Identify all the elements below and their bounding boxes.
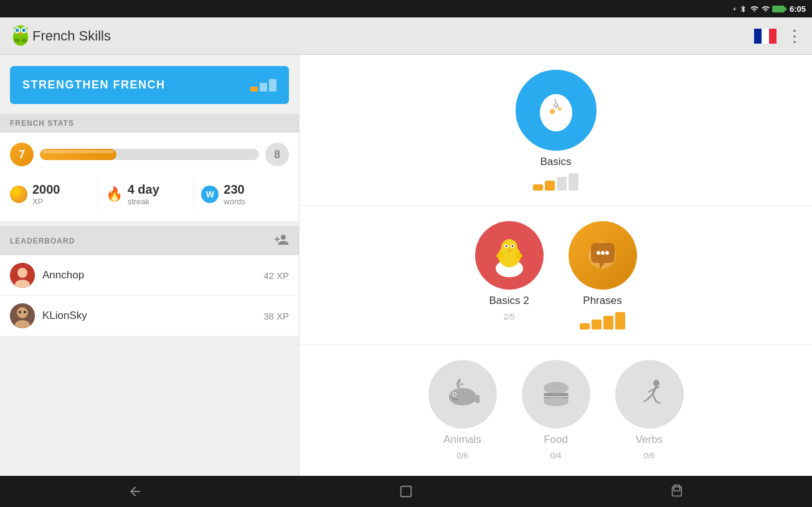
app-bar: French Skills ⋮ xyxy=(0,17,812,55)
verbs-progress: 0/6 xyxy=(643,451,654,460)
words-stat-text: 230 words xyxy=(224,182,245,206)
svg-point-8 xyxy=(17,29,18,31)
flag-red xyxy=(769,29,777,44)
leaderboard-item[interactable]: KLionSky 38 XP xyxy=(0,296,299,336)
food-icon xyxy=(536,374,576,415)
svg-point-14 xyxy=(17,268,27,278)
animals-progress: 0/6 xyxy=(456,451,468,460)
status-bar: +︎ 6:05 xyxy=(0,0,812,17)
bottom-nav xyxy=(0,476,812,507)
food-name: Food xyxy=(544,434,568,446)
svg-point-17 xyxy=(17,307,28,318)
basics-icon xyxy=(531,85,581,135)
xp-stat: 2000 XP xyxy=(10,178,98,211)
food-circle xyxy=(522,360,590,429)
left-panel: STRENGTHEN FRENCH FRENCH STATS 7 xyxy=(0,55,299,476)
leaderboard-xp-annchop: 42 XP xyxy=(263,270,289,281)
signal-icon xyxy=(762,5,770,13)
right-panel: Basics xyxy=(299,55,812,476)
streak-value: 4 day xyxy=(128,182,159,197)
back-button[interactable] xyxy=(123,479,148,504)
status-icons: +︎ 6:05 xyxy=(733,4,806,14)
wifi-icon xyxy=(750,5,759,13)
basics2-name: Basics 2 xyxy=(489,295,529,307)
avatar-klionsky xyxy=(10,303,35,328)
svg-point-35 xyxy=(601,251,605,255)
app-title: French Skills xyxy=(32,28,754,44)
basics-circle xyxy=(516,70,597,151)
skill-food[interactable]: Food 0/4 xyxy=(522,360,590,460)
svg-line-53 xyxy=(653,394,656,402)
strengthen-button-bars xyxy=(250,79,276,92)
bluetooth-icon xyxy=(739,5,747,13)
svg-point-12 xyxy=(21,38,27,42)
phrases-strength-bars xyxy=(580,312,625,329)
skill-basics2[interactable]: Basics 2 2/5 xyxy=(475,221,544,321)
leaderboard-header: LEADERBOARD xyxy=(0,226,299,255)
words-label: words xyxy=(224,197,245,206)
words-value: 230 xyxy=(224,182,245,197)
xp-progress-bar xyxy=(40,149,259,160)
leaderboard-xp-klionsky: 38 XP xyxy=(263,311,289,321)
basics2-progress: 2/5 xyxy=(503,312,514,321)
french-stats-header: FRENCH STATS xyxy=(0,114,299,133)
svg-point-9 xyxy=(24,29,25,31)
stats-row: 2000 XP 🔥 4 day streak W 230 xyxy=(10,178,289,211)
svg-point-23 xyxy=(558,107,562,111)
svg-point-44 xyxy=(557,384,559,385)
add-friend-icon[interactable] xyxy=(274,232,289,249)
svg-line-54 xyxy=(648,394,653,399)
french-flag[interactable] xyxy=(754,29,777,44)
svg-point-29 xyxy=(505,245,507,247)
svg-point-20 xyxy=(24,311,26,313)
svg-point-48 xyxy=(544,397,569,406)
verbs-icon xyxy=(629,374,669,415)
svg-point-43 xyxy=(552,385,554,386)
svg-point-22 xyxy=(550,109,555,114)
phrases-name: Phrases xyxy=(583,295,621,307)
words-badge-icon: W xyxy=(201,186,219,203)
bluetooth-icon: +︎ xyxy=(733,5,737,12)
current-level-badge: 7 xyxy=(10,143,34,166)
svg-point-40 xyxy=(461,383,463,386)
recents-button[interactable] xyxy=(664,479,689,504)
xp-coin-icon xyxy=(10,186,27,203)
verbs-circle xyxy=(615,360,684,429)
svg-point-19 xyxy=(19,311,21,313)
streak-flame-icon: 🔥 xyxy=(106,186,123,202)
flag-white xyxy=(762,29,769,44)
skills-row-3: Animals 0/6 xyxy=(300,345,812,475)
flag-blue xyxy=(754,29,762,44)
svg-point-26 xyxy=(501,239,517,255)
svg-point-45 xyxy=(559,387,562,388)
svg-point-42 xyxy=(544,382,569,394)
svg-point-37 xyxy=(449,388,476,405)
animals-icon xyxy=(442,374,483,415)
phrases-circle xyxy=(569,221,637,290)
leaderboard-section: LEADERBOARD Annchop 42 XP xyxy=(0,226,299,336)
skills-row-2: Basics 2 2/5 xyxy=(300,206,812,345)
xp-stat-text: 2000 XP xyxy=(32,182,60,206)
skill-animals[interactable]: Animals 0/6 xyxy=(428,360,497,460)
strengthen-button[interactable]: STRENGTHEN FRENCH xyxy=(10,66,289,104)
skill-phrases[interactable]: Phrases xyxy=(569,221,637,329)
svg-rect-59 xyxy=(674,485,679,491)
leaderboard-item[interactable]: Annchop 42 XP xyxy=(0,255,299,296)
basics2-icon xyxy=(488,234,531,277)
duolingo-owl-logo xyxy=(9,24,32,48)
home-button[interactable] xyxy=(394,479,418,504)
skill-basics[interactable]: Basics xyxy=(516,70,597,191)
streak-stat-text: 4 day streak xyxy=(128,182,159,206)
xp-label: XP xyxy=(32,197,60,206)
verbs-name: Verbs xyxy=(636,434,663,446)
leaderboard-name-klionsky: KLionSky xyxy=(42,310,256,322)
svg-rect-57 xyxy=(401,486,412,497)
svg-point-30 xyxy=(511,245,513,247)
basics-strength-bars xyxy=(533,173,578,191)
more-options-icon[interactable]: ⋮ xyxy=(786,28,803,44)
xp-bar-fill xyxy=(40,149,116,160)
app-bar-right: ⋮ xyxy=(754,28,803,44)
streak-stat: 🔥 4 day streak xyxy=(98,178,194,211)
phrases-icon xyxy=(582,235,623,276)
skill-verbs[interactable]: Verbs 0/6 xyxy=(615,360,684,460)
